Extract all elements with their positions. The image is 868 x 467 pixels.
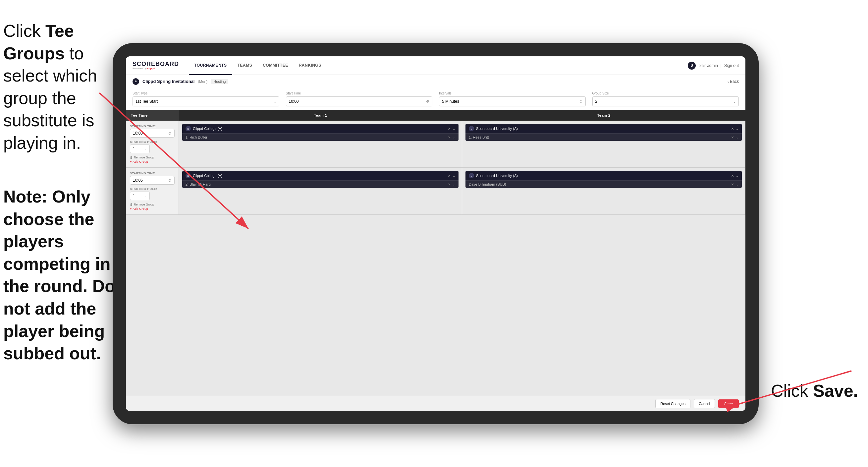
team1-close-1[interactable]: ✕ (448, 127, 451, 130)
nav-items: TOURNAMENTS TEAMS COMMITTEE RANKINGS (189, 56, 688, 75)
cancel-button[interactable]: Cancel (694, 399, 715, 408)
team1-name-1: B Clippd College (A) (186, 126, 222, 131)
team2-header-2: S Scoreboard University (A) ✕ ⌄ (465, 171, 742, 180)
powered-by: Powered by clippd (132, 67, 179, 70)
tee-time-cell-2: STARTING TIME: 10:05 ⏱ STARTING HOLE: 1 … (126, 168, 179, 214)
starting-hole-input-2[interactable]: 1 ⌄ (130, 192, 150, 200)
click-save-label: Click Save. (771, 381, 858, 401)
player1-chevron-1[interactable]: ⌄ (453, 136, 455, 139)
group-size-field: Group Size 2 ⌄ (592, 91, 739, 107)
intervals-label: Intervals (439, 91, 586, 95)
nav-right: B blair admin | Sign out (688, 62, 739, 69)
nav-rankings[interactable]: RANKINGS (293, 56, 327, 75)
player2-chevron-1[interactable]: ⌄ (736, 136, 739, 139)
team2-icon-1: S (469, 126, 474, 131)
instruction-note: Note: Only choose the players competing … (3, 185, 116, 365)
logo-text: SCOREBOARD (132, 61, 179, 67)
player1-close-1[interactable]: ✕ (448, 136, 451, 139)
group-size-input[interactable]: 2 ⌄ (592, 96, 739, 107)
start-time-field: Start Time 10:00 ⏱ (286, 91, 433, 107)
player2-entry-1: 1. Rees Britt ✕ ⌄ (465, 133, 742, 141)
player2-chevron-2[interactable]: ⌄ (736, 183, 739, 186)
settings-row: Start Type 1st Tee Start ⌄ Start Time 10… (126, 88, 745, 110)
reset-button[interactable]: Reset Changes (655, 399, 690, 408)
tee-groups-bold: Tee Groups (3, 21, 74, 63)
team1-actions-1: ✕ ⌄ (448, 127, 455, 130)
team2-close-1[interactable]: ✕ (731, 127, 734, 130)
start-type-input[interactable]: 1st Tee Start ⌄ (132, 96, 279, 107)
player2-actions-2: ✕ ⌄ (731, 183, 739, 186)
team2-cell-2: S Scoreboard University (A) ✕ ⌄ (462, 168, 745, 214)
save-button[interactable]: Save (718, 399, 739, 408)
nav-teams[interactable]: TEAMS (232, 56, 258, 75)
team2-close-2[interactable]: ✕ (731, 174, 734, 178)
time-icon-1: ⏱ (168, 132, 172, 135)
nav-tournaments[interactable]: TOURNAMENTS (189, 56, 232, 75)
start-type-arrow: ⌄ (274, 100, 276, 104)
team1-chevron-1[interactable]: ⌄ (453, 127, 455, 130)
plus-icon-2: + (130, 207, 131, 210)
starting-time-label-2: STARTING TIME: (130, 172, 175, 175)
team1-chevron-2[interactable]: ⌄ (453, 174, 455, 178)
trash-icon-2: 🗑 (130, 203, 133, 206)
player2-actions-1: ✕ ⌄ (731, 136, 739, 139)
player2-close-2[interactable]: ✕ (731, 183, 734, 186)
back-button[interactable]: ‹ Back (727, 79, 739, 84)
col-tee-time: Tee Time (126, 110, 179, 121)
player1-chevron-2[interactable]: ⌄ (453, 183, 455, 186)
col-team1: Team 1 (179, 110, 462, 121)
player2-close-1[interactable]: ✕ (731, 136, 734, 139)
starting-time-input-2[interactable]: 10:05 ⏱ (130, 176, 175, 185)
start-type-field: Start Type 1st Tee Start ⌄ (132, 91, 279, 107)
player2-name-1: 1. Rees Britt (469, 135, 489, 139)
team2-name-1: S Scoreboard University (A) (469, 126, 518, 131)
player1-actions-1: ✕ ⌄ (448, 136, 455, 139)
team1-cell-1: B Clippd College (A) ✕ ⌄ 1. Ric (179, 121, 462, 167)
team1-icon-2: B (186, 173, 191, 178)
team2-icon-2: S (469, 173, 474, 178)
sub-header: B Clippd Spring Invitational (Men) Hosti… (126, 75, 745, 88)
team2-name-2: S Scoreboard University (A) (469, 173, 518, 178)
instruction-main: Click Tee Groups to select which group t… (3, 20, 106, 154)
team1-close-2[interactable]: ✕ (448, 174, 451, 178)
starting-hole-label-1: STARTING HOLE: (130, 140, 175, 144)
player1-entry-1: 1. Rich Butler ✕ ⌄ (182, 133, 459, 141)
start-type-label: Start Type (132, 91, 279, 95)
add-group-btn-2[interactable]: + Add Group (130, 207, 175, 210)
team2-entry-1: S Scoreboard University (A) ✕ ⌄ (465, 124, 742, 141)
table-header: Tee Time Team 1 Team 2 (126, 110, 745, 121)
remove-group-btn-1[interactable]: 🗑 Remove Group (130, 156, 175, 159)
intervals-input[interactable]: 5 Minutes ⏱ (439, 96, 586, 107)
team2-entry-2: S Scoreboard University (A) ✕ ⌄ (465, 171, 742, 188)
team1-icon-1: B (186, 126, 191, 131)
remove-group-btn-2[interactable]: 🗑 Remove Group (130, 203, 175, 206)
intervals-icon: ⏱ (580, 100, 583, 104)
team2-chevron-1[interactable]: ⌄ (736, 127, 739, 130)
tournament-gender: (Men) (198, 80, 207, 84)
nav-committee[interactable]: COMMITTEE (257, 56, 293, 75)
navbar: SCOREBOARD Powered by clippd TOURNAMENTS… (126, 56, 745, 75)
nav-divider: | (720, 63, 721, 68)
team1-header-1: B Clippd College (A) ✕ ⌄ (182, 124, 459, 133)
player1-entry-2: 2. Blair McHarg ✕ ⌄ (182, 180, 459, 188)
starting-time-input-1[interactable]: 10:00 ⏱ (130, 129, 175, 138)
team2-chevron-2[interactable]: ⌄ (736, 174, 739, 178)
logo: SCOREBOARD Powered by clippd (132, 61, 179, 70)
team2-header-1: S Scoreboard University (A) ✕ ⌄ (465, 124, 742, 133)
start-time-label: Start Time (286, 91, 433, 95)
sign-out-link[interactable]: Sign out (724, 63, 739, 68)
tablet-screen: SCOREBOARD Powered by clippd TOURNAMENTS… (126, 56, 745, 411)
content-area: Start Type 1st Tee Start ⌄ Start Time 10… (126, 88, 745, 411)
scoreboard-text: SCOREBOARD (132, 61, 179, 67)
add-group-btn-1[interactable]: + Add Group (130, 160, 175, 164)
starting-hole-input-1[interactable]: 1 ⌄ (130, 145, 150, 153)
player2-entry-2: Dave Billingham (SUB) ✕ ⌄ (465, 180, 742, 188)
team2-actions-2: ✕ ⌄ (731, 174, 739, 178)
player1-close-2[interactable]: ✕ (448, 183, 451, 186)
team2-actions-1: ✕ ⌄ (731, 127, 739, 130)
trash-icon-1: 🗑 (130, 156, 133, 159)
start-time-input[interactable]: 10:00 ⏱ (286, 96, 433, 107)
team1-actions-2: ✕ ⌄ (448, 174, 455, 178)
team2-cell-1: S Scoreboard University (A) ✕ ⌄ (462, 121, 745, 167)
team1-name-2: B Clippd College (A) (186, 173, 222, 178)
